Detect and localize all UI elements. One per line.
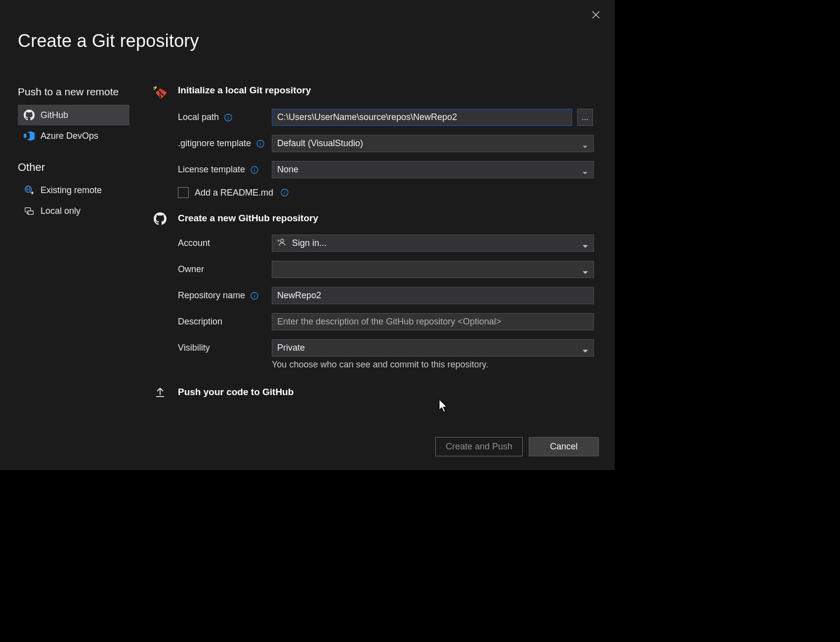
section-heading-push: Push your code to GitHub <box>178 387 294 398</box>
chevron-down-icon <box>583 167 588 173</box>
owner-dropdown[interactable] <box>272 261 594 278</box>
chevron-down-icon <box>583 141 588 147</box>
git-init-icon <box>153 86 167 100</box>
account-dropdown[interactable]: Sign in... <box>272 235 594 252</box>
info-icon[interactable]: i <box>256 139 265 148</box>
info-icon[interactable]: i <box>250 165 259 174</box>
close-button[interactable] <box>589 8 603 22</box>
azure-devops-icon <box>24 130 35 141</box>
sidebar-item-existing-remote[interactable]: Existing remote <box>18 180 129 201</box>
description-input[interactable] <box>272 313 594 330</box>
svg-rect-6 <box>28 211 33 214</box>
license-label: License template <box>178 164 245 175</box>
description-label: Description <box>178 317 222 327</box>
local-path-input[interactable] <box>272 109 572 126</box>
browse-button[interactable]: ... <box>577 109 593 126</box>
info-icon[interactable]: i <box>250 291 259 300</box>
mouse-cursor <box>439 399 450 413</box>
license-dropdown[interactable]: None <box>272 161 594 178</box>
sidebar-item-label: Local only <box>41 206 81 216</box>
globe-remote-icon <box>24 185 35 196</box>
github-icon <box>153 212 167 226</box>
github-icon <box>24 110 35 120</box>
sidebar-item-local-only[interactable]: Local only <box>18 201 129 221</box>
gitignore-value: Default (VisualStudio) <box>277 138 363 149</box>
account-label: Account <box>178 238 210 248</box>
page-title: Create a Git repository <box>18 31 199 51</box>
gitignore-label: .gitignore template <box>178 138 251 149</box>
license-value: None <box>277 164 298 175</box>
gitignore-dropdown[interactable]: Default (VisualStudio) <box>272 135 594 152</box>
repo-name-label: Repository name <box>178 290 245 301</box>
visibility-value: Private <box>277 343 305 353</box>
account-value: Sign in... <box>292 238 327 248</box>
chevron-down-icon <box>583 267 588 273</box>
sidebar-item-azure-devops[interactable]: Azure DevOps <box>18 125 129 146</box>
local-computer-icon <box>24 205 35 216</box>
create-and-push-button[interactable]: Create and Push <box>435 437 523 456</box>
sidebar-item-label: Existing remote <box>41 185 102 196</box>
upload-icon <box>153 386 167 400</box>
visibility-label: Visibility <box>178 343 210 353</box>
sidebar-item-label: Azure DevOps <box>41 131 98 141</box>
chevron-down-icon <box>583 345 588 351</box>
chevron-down-icon <box>583 241 588 246</box>
add-user-icon <box>277 238 286 249</box>
section-heading-init: Initialize a local Git repository <box>178 85 311 96</box>
info-icon[interactable]: i <box>224 113 233 122</box>
svg-point-16 <box>281 239 284 242</box>
sidebar-section-other: Other <box>18 161 131 174</box>
svg-text:i: i <box>260 141 261 147</box>
cancel-button[interactable]: Cancel <box>529 437 599 456</box>
readme-label: Add a README.md <box>195 188 273 198</box>
visibility-hint: You choose who can see and commit to thi… <box>272 360 488 370</box>
svg-text:i: i <box>284 190 285 196</box>
sidebar-section-remote: Push to a new remote <box>18 86 131 98</box>
owner-label: Owner <box>178 264 204 275</box>
sidebar-item-label: GitHub <box>41 110 68 120</box>
svg-text:i: i <box>254 293 255 299</box>
svg-text:i: i <box>254 167 255 173</box>
section-heading-github: Create a new GitHub repository <box>178 213 318 224</box>
repo-name-input[interactable] <box>272 287 594 304</box>
readme-checkbox[interactable] <box>178 187 189 198</box>
svg-text:i: i <box>228 115 229 120</box>
info-icon[interactable]: i <box>280 188 289 197</box>
visibility-dropdown[interactable]: Private <box>272 339 594 357</box>
sidebar-item-github[interactable]: GitHub <box>18 105 129 125</box>
local-path-label: Local path <box>178 112 219 122</box>
